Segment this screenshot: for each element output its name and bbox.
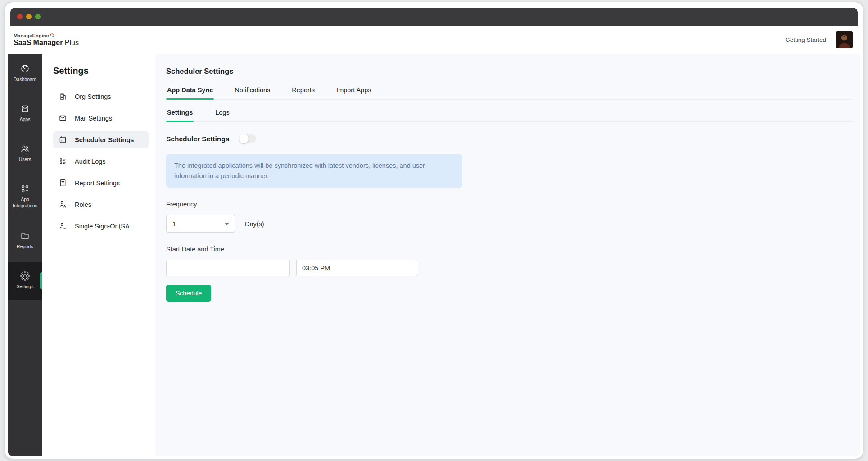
scheduler-toggle-switch[interactable] [239,134,256,143]
nav-label: Reports [17,244,33,250]
active-nav-indicator [40,272,42,289]
audit-logs-icon [59,157,67,166]
tab-reports[interactable]: Reports [291,86,316,99]
sidebar-item-report-settings[interactable]: Report Settings [53,174,149,192]
sidebar-item-roles[interactable]: Roles [53,196,149,213]
sidebar-item-label: Mail Settings [75,115,112,122]
sidebar-item-label: Scheduler Settings [75,136,134,143]
info-banner: The integrated applications will be sync… [166,154,462,188]
apps-icon [20,104,30,113]
start-date-input[interactable] [166,260,290,276]
tab-bar: App Data Sync Notifications Reports Impo… [166,86,852,100]
minimize-window-button[interactable] [26,14,32,19]
brand-product-bold: SaaS Manager [14,39,63,46]
org-building-icon [59,92,67,101]
tab-app-data-sync[interactable]: App Data Sync [166,86,214,99]
schedule-button[interactable]: Schedule [166,285,211,302]
sub-tab-bar: Settings Logs [166,109,852,122]
avatar-photo-icon [836,31,853,48]
sidebar-item-label: Org Settings [75,93,111,100]
start-time-input[interactable] [296,260,418,276]
nav-item-settings[interactable]: Settings [8,262,42,300]
frequency-select[interactable]: 1 [166,215,235,233]
app-window: ManageEngine SaaS Manager Plus Getting S… [5,2,863,459]
main-content: Scheduler Settings App Data Sync Notific… [156,54,860,456]
scheduler-calendar-icon [59,135,67,144]
frequency-label: Frequency [166,201,852,208]
brand-logo: ManageEngine SaaS Manager Plus [14,33,79,47]
sidebar-item-label: Report Settings [75,179,120,187]
sidebar-item-label: Audit Logs [75,158,106,165]
scheduler-toggle-row: Scheduler Settings [166,134,852,143]
brand-product-name: SaaS Manager Plus [14,39,79,47]
frequency-unit-label: Day(s) [245,220,264,228]
reports-icon [20,231,30,241]
start-date-time-row [166,260,852,276]
zoom-window-button[interactable] [35,14,41,19]
sidebar-item-scheduler-settings[interactable]: Scheduler Settings [53,131,149,148]
brand-product-suffix: Plus [63,39,79,46]
settings-sidebar: Settings Org Settings Mail Settings [42,54,156,456]
mail-envelope-icon [59,114,67,122]
sso-person-dots-icon [59,222,67,230]
sidebar-item-org-settings[interactable]: Org Settings [53,88,149,105]
report-document-icon [59,179,67,187]
nav-item-users[interactable]: Users [8,139,42,168]
sidebar-item-label: Single Sign-On(SA... [75,223,135,230]
nav-label: App Integrations [9,197,41,208]
nav-item-apps[interactable]: Apps [8,98,42,128]
tab-import-apps[interactable]: Import Apps [335,86,372,99]
nav-label: Settings [17,284,34,290]
primary-nav-rail: Dashboard Apps Users [8,54,42,456]
app-header: ManageEngine SaaS Manager Plus Getting S… [8,26,860,54]
chevron-down-icon [225,223,229,225]
scheduler-toggle-label: Scheduler Settings [166,135,229,143]
start-date-time-label: Start Date and Time [166,246,852,253]
settings-sidebar-title: Settings [53,66,149,76]
dashboard-icon [20,64,30,73]
nav-item-app-integrations[interactable]: App Integrations [8,179,42,214]
close-window-button[interactable] [17,14,23,19]
nav-item-reports[interactable]: Reports [8,226,42,255]
manageengine-swirl-icon [50,33,54,38]
users-icon [20,144,30,153]
subtab-logs[interactable]: Logs [214,109,230,121]
app-body: Dashboard Apps Users [8,54,860,456]
sidebar-item-single-sign-on[interactable]: Single Sign-On(SA... [53,217,149,235]
brand-manageengine-text: ManageEngine [14,33,49,39]
window-titlebar [10,8,858,26]
roles-person-star-icon [59,200,67,209]
getting-started-link[interactable]: Getting Started [785,36,826,43]
nav-label: Users [19,157,31,162]
tab-notifications[interactable]: Notifications [234,86,271,99]
sidebar-item-mail-settings[interactable]: Mail Settings [53,109,149,127]
page-title: Scheduler Settings [166,67,852,76]
frequency-select-value: 1 [172,220,176,228]
app-integrations-icon [20,184,30,193]
sidebar-item-audit-logs[interactable]: Audit Logs [53,152,149,170]
brand-manageengine: ManageEngine [14,33,79,39]
user-avatar[interactable] [836,31,853,48]
nav-item-dashboard[interactable]: Dashboard [8,58,42,88]
frequency-row: 1 Day(s) [166,215,852,233]
nav-label: Apps [20,116,31,122]
toggle-knob [239,134,249,143]
nav-label: Dashboard [14,76,36,82]
sidebar-item-label: Roles [75,201,91,208]
settings-gear-icon [20,271,30,281]
subtab-settings[interactable]: Settings [166,109,194,121]
